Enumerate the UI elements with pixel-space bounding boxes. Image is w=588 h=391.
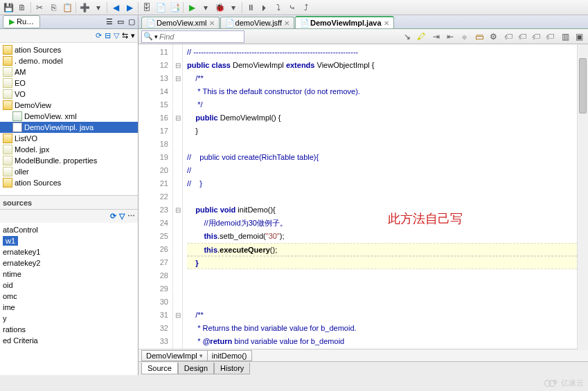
step-in-icon[interactable]: ⤷ (287, 2, 298, 13)
code-line[interactable]: // -------------------------------------… (187, 46, 588, 59)
sources-filter-icon[interactable]: ▽ (119, 212, 125, 221)
code-line[interactable]: /** (187, 309, 588, 322)
sources-menu-icon[interactable]: ⋯ (127, 212, 135, 221)
gear-icon[interactable]: ⚙ (487, 30, 499, 43)
breadcrumb-segment[interactable]: initDemo() (207, 350, 252, 361)
code-line[interactable]: this.executeQuery(); (187, 243, 588, 256)
fold-toggle[interactable]: ⊟ (173, 59, 182, 72)
bm3-icon[interactable]: 🏷 (530, 30, 542, 43)
panel-minimize-icon[interactable]: ▭ (117, 17, 124, 26)
tree-item[interactable]: oid (0, 280, 138, 291)
find-dd-icon[interactable]: ▾ (154, 33, 158, 40)
tree-item[interactable]: EO (0, 78, 138, 89)
code-content[interactable]: // -------------------------------------… (183, 44, 588, 349)
chevron-down-icon[interactable]: ▾ (199, 352, 203, 359)
tree-item[interactable]: Model. jpx (0, 144, 138, 155)
sync-icon[interactable]: ⇆ (122, 31, 128, 40)
sources-refresh-icon[interactable]: ⟳ (110, 212, 116, 221)
dropdown-icon[interactable]: ▾ (93, 2, 104, 13)
tree-item[interactable]: ation Sources (0, 177, 138, 188)
save-all-icon[interactable]: 🗎 (17, 2, 28, 13)
tree-item[interactable]: ime (0, 302, 138, 313)
tree-item[interactable]: ModelBundle. properties (0, 155, 138, 166)
code-line[interactable]: public DemoViewImpl() { (187, 111, 588, 125)
tree-item[interactable]: ListVO (0, 133, 138, 144)
panel-menu-icon[interactable]: ☰ (106, 17, 113, 26)
code-line[interactable]: */ (187, 98, 588, 111)
tree-item[interactable]: AM (0, 66, 138, 78)
tree-item[interactable]: y (0, 313, 138, 324)
bm1-icon[interactable]: 🏷 (502, 30, 515, 43)
tree-item[interactable]: ernatekey2 (0, 257, 138, 269)
tree-item[interactable]: DemoView (0, 100, 138, 111)
indent-icon[interactable]: ⇥ (430, 30, 443, 43)
pause-icon[interactable]: ⏸ (245, 2, 256, 13)
code-line[interactable]: // public void create(RichTable table){ (187, 151, 588, 164)
add-icon[interactable]: ➕ (79, 2, 90, 13)
code-line[interactable]: /** (187, 72, 588, 85)
run-dd-icon[interactable]: ▾ (200, 2, 211, 13)
fold-gutter[interactable]: ⊟⊟⊟⊟⊟ (173, 44, 183, 349)
code-line[interactable] (187, 269, 588, 282)
filter-icon[interactable]: ▽ (114, 31, 119, 40)
close-icon[interactable]: ✕ (209, 19, 215, 27)
step-out-icon[interactable]: ⤴ (301, 2, 312, 13)
tree-item[interactable]: ataControl (0, 224, 138, 235)
tree-item[interactable]: ernatekey1 (0, 246, 138, 257)
outdent-icon[interactable]: ⇤ (444, 30, 456, 43)
code-line[interactable] (187, 190, 588, 203)
tree-item[interactable]: rations (0, 324, 138, 335)
doc-icon[interactable]: 📑 (169, 2, 180, 13)
step-over-icon[interactable]: ⤵ (273, 2, 284, 13)
bm2-icon[interactable]: 🏷 (516, 30, 528, 43)
tree-item[interactable]: ed Criteria (0, 335, 138, 346)
code-line[interactable]: * This is the default constructor (do no… (187, 85, 588, 98)
forward-icon[interactable]: ▶ (124, 2, 135, 13)
tree-item[interactable]: omc (0, 291, 138, 302)
highlight-icon[interactable]: 🖍 (415, 30, 427, 43)
tree-item[interactable]: DemoViewImpl. java (0, 122, 138, 133)
code-line[interactable] (187, 138, 588, 151)
code-line[interactable] (187, 282, 588, 295)
refresh-icon[interactable]: ⟳ (96, 31, 102, 40)
collapse-icon[interactable]: ⊟ (105, 31, 111, 40)
close-icon[interactable]: ✕ (284, 19, 289, 27)
goto-icon[interactable]: ↘ (401, 30, 413, 43)
tree-item[interactable]: . demo. model (0, 55, 138, 66)
fold-toggle[interactable]: ⊟ (173, 72, 182, 85)
sources-tree[interactable]: ataControlw1ernatekey1ernatekey2ntimeoid… (0, 223, 138, 375)
debug-icon[interactable]: 🐞 (214, 2, 225, 13)
bottom-tab[interactable]: History (214, 363, 250, 374)
tree-item[interactable]: ntime (0, 269, 138, 280)
code-line[interactable]: } (187, 125, 588, 138)
menu-icon[interactable]: ▾ (131, 31, 135, 40)
file-tab[interactable]: 📄demoView.jsff ✕ (220, 17, 294, 28)
copy-icon[interactable]: ⎘ (48, 2, 59, 13)
paste-icon[interactable]: 📋 (62, 2, 73, 13)
fold-toggle[interactable]: ⊟ (173, 309, 182, 322)
code-line[interactable]: } (187, 256, 588, 269)
code-line[interactable]: public class DemoViewImpl extends ViewOb… (187, 59, 588, 72)
code-line[interactable]: * Returns the bind variable value for b_… (187, 322, 588, 335)
db-icon[interactable]: 🗃 (473, 30, 485, 43)
tree-item[interactable]: VO (0, 89, 138, 100)
project-tree[interactable]: ation Sources. demo. modelAMEOVODemoView… (0, 43, 138, 195)
file-tab[interactable]: 📄DemoViewImpl.java ✕ (295, 16, 394, 28)
reformat-icon[interactable]: ⟐ (458, 30, 470, 43)
tree-item[interactable]: ation Sources (0, 44, 138, 55)
resume-icon[interactable]: ⏵ (259, 2, 270, 13)
navigator-tab[interactable]: ▶ Ru… (3, 15, 40, 28)
float-icon[interactable]: ▣ (573, 30, 585, 43)
split-icon[interactable]: ▥ (559, 30, 571, 43)
tree-item[interactable]: oller (0, 166, 138, 177)
bottom-tab[interactable]: Design (178, 363, 214, 374)
save-icon[interactable]: 💾 (3, 2, 14, 13)
code-area[interactable]: 1112131415161718192021222324252627282930… (139, 44, 588, 349)
panel-close-icon[interactable]: ▢ (128, 17, 135, 26)
code-line[interactable]: // } (187, 177, 588, 190)
code-line[interactable]: this.setb_demoid("30"); (187, 230, 588, 243)
bottom-tab[interactable]: Source (141, 363, 178, 374)
scrollbar-thumb[interactable] (579, 58, 587, 113)
code-line[interactable]: // (187, 164, 588, 177)
run-icon[interactable]: ▶ (186, 2, 197, 13)
